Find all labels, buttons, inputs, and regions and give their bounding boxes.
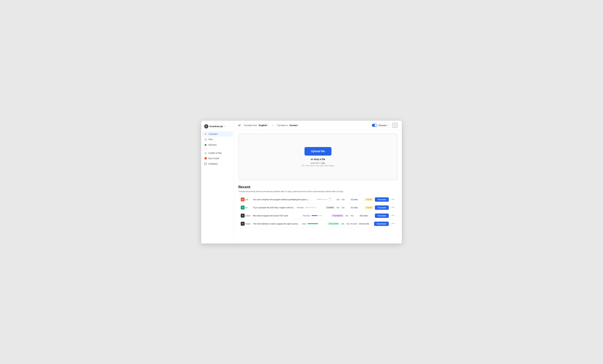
to-language-selector[interactable]: Korean ▾ xyxy=(290,124,299,127)
progress-bar-area xyxy=(317,198,335,201)
translate-from-label: Translate from xyxy=(244,124,257,127)
main-content: ⇄ Translate from English ▾ → Translate t… xyxy=(234,121,402,244)
brand[interactable]: K Knowhow.zip ▾ xyxy=(201,123,234,131)
sidebar-item-translator[interactable]: ✦ Translator xyxy=(202,131,233,137)
brand-chevron: ▾ xyxy=(224,125,225,127)
credits-label: 2Credits xyxy=(351,198,364,201)
upload-file-button[interactable]: Upload file xyxy=(304,147,331,156)
more-options-button[interactable]: ••• xyxy=(391,198,395,201)
credits-unpaid-row: 2Credits Unpaid xyxy=(351,206,373,209)
drop-text: or drop a file xyxy=(311,158,325,161)
loading-spinner xyxy=(329,198,331,201)
file-type-label: srt xyxy=(245,207,247,209)
lang-route: En → Es +4 more xyxy=(342,223,357,225)
progress-bar-area xyxy=(306,207,324,208)
download-button[interactable]: Download xyxy=(374,222,389,226)
notion-icon: N xyxy=(241,214,245,218)
progress-fill xyxy=(306,207,308,208)
recent-section: Recent *Unpaid documents will be automat… xyxy=(234,180,402,231)
more-options-button[interactable]: ••• xyxy=(391,214,395,218)
sidebar-item-translator-label: Translator xyxy=(209,133,218,135)
recent-title: Recent xyxy=(238,185,398,189)
lang-route: En → Ko xyxy=(337,198,349,201)
progress-fill xyxy=(312,215,317,216)
status-badge: Created xyxy=(325,206,335,209)
file-type-label: pdf xyxy=(245,198,248,201)
table-row: S srt Try to calculate the EXE feed, may… xyxy=(238,204,398,212)
file-type-badge: N notion xyxy=(241,214,251,218)
translate-button[interactable]: Translate xyxy=(375,205,389,210)
sidebar-item-glossary[interactable]: ▣ Glossary xyxy=(202,142,233,147)
progress-bar-area xyxy=(308,223,325,224)
from-lang-text: English xyxy=(259,124,267,127)
status-badge-unpaid: Unpaid xyxy=(365,206,373,209)
translate-to-label: Translate to xyxy=(277,124,288,127)
progress-track xyxy=(308,223,318,224)
arrow-icon: → xyxy=(271,124,274,127)
notion-icon: N xyxy=(241,222,245,226)
pdf-icon: A xyxy=(241,198,245,201)
srt-icon: S xyxy=(241,206,245,210)
file-name: We need to bypass the neural TCP card! xyxy=(253,215,301,217)
upload-area[interactable]: Upload file or drop a file paste file or… xyxy=(238,134,398,180)
translate-button[interactable]: Translate xyxy=(375,197,389,202)
sidebar-item-credits-plan[interactable]: ⊙ Credits & Plan xyxy=(202,151,233,156)
progress-track xyxy=(312,215,322,216)
paste-text: paste file or URL xyxy=(311,162,325,164)
translate-button[interactable]: Translate xyxy=(375,213,389,218)
sidebar-item-files-label: Files xyxy=(209,138,213,141)
progress-track xyxy=(306,207,316,208)
sidebar-item-files[interactable]: ⬜ Files xyxy=(202,137,233,142)
toggle-knob xyxy=(375,124,377,127)
preview-link[interactable]: Preveiw xyxy=(297,207,304,209)
page-content: Upload file or drop a file paste file or… xyxy=(234,130,402,244)
brand-avatar: K xyxy=(204,124,209,129)
sidebar-item-feedback[interactable]: 💬 Feedback xyxy=(202,161,233,166)
progress-track xyxy=(317,199,327,200)
from-lang-chevron: ▾ xyxy=(267,124,268,126)
status-badge: Successful xyxy=(327,222,340,225)
sidebar-item-glossary-label: Glossary xyxy=(209,144,217,146)
preview-link[interactable]: Preveiw xyxy=(303,215,310,217)
topbar: ⇄ Translate from English ▾ → Translate t… xyxy=(234,121,402,130)
sidebar-item-earn-credit[interactable]: 🎁 Earn Credit xyxy=(202,156,233,161)
sidebar-nav-bottom: ⊙ Credits & Plan 🎁 Earn Credit 💬 Feedbac… xyxy=(201,151,234,166)
file-name: The SAS interface is down, bypass the op… xyxy=(253,223,300,225)
app-window: K Knowhow.zip ▾ ✦ Translator ⬜ Files ▣ G… xyxy=(201,121,402,244)
table-row: N notion The SAS interface is down, bypa… xyxy=(238,220,398,228)
translate-icon: ⇄ xyxy=(238,124,241,127)
table-row: N notion We need to bypass the neural TC… xyxy=(238,212,398,220)
topbar-more-button[interactable]: ⋮ xyxy=(393,123,398,128)
sidebar-nav-top: ✦ Translator ⬜ Files ▣ Glossary xyxy=(201,131,234,147)
glossary-chevron: ▾ xyxy=(388,124,389,126)
file-name: You can't compress the program without q… xyxy=(253,198,315,201)
from-language-selector[interactable]: English ▾ xyxy=(259,124,268,127)
recent-note: *Unpaid documents will be automatically … xyxy=(238,190,398,193)
file-type-label: notion xyxy=(245,215,251,217)
brand-name: Knowhow.zip xyxy=(209,125,223,128)
feedback-icon: 💬 xyxy=(204,163,207,165)
toggle-pill xyxy=(372,124,377,127)
credits-plan-icon: ⊙ xyxy=(204,152,207,154)
status-badge: In progress xyxy=(331,214,344,217)
file-type-badge: N notion xyxy=(241,222,251,226)
table-row: A pdf You can't compress the program wit… xyxy=(238,196,398,204)
url-link[interactable]: URL xyxy=(321,162,325,164)
progress-fill xyxy=(308,223,318,224)
glossary-toggle[interactable]: Glossary ▾ xyxy=(370,123,391,128)
file-type-badge: S srt xyxy=(241,206,251,210)
progress-fill xyxy=(317,199,321,200)
earn-credit-icon: 🎁 xyxy=(204,157,207,160)
preview-link[interactable]: veiw xyxy=(302,223,306,225)
more-options-button[interactable]: ••• xyxy=(391,206,395,210)
glossary-label: Glossary xyxy=(378,124,387,127)
progress-bar-area xyxy=(312,215,329,216)
paste-label: paste file or xyxy=(311,162,321,164)
lang-route: En → Ko xyxy=(346,215,358,217)
sidebar-item-credits-plan-label: Credits & Plan xyxy=(209,152,222,154)
file-name: Try to calculate the EXE feed, maybe it … xyxy=(253,207,295,209)
files-icon: ⬜ xyxy=(204,138,207,141)
more-options-button[interactable]: ••• xyxy=(391,222,395,226)
translator-icon: ✦ xyxy=(204,133,207,135)
file-type-badge: A pdf xyxy=(241,198,251,201)
